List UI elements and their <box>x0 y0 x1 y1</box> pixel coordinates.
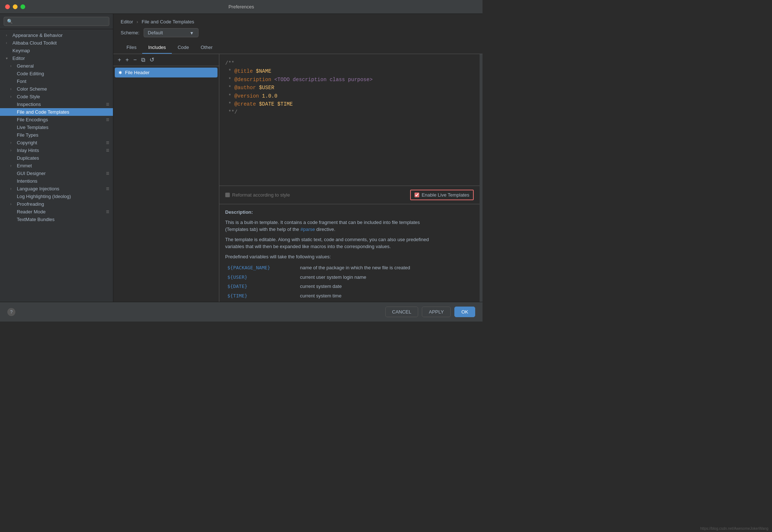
template-list-panel: + + − ⧉ ↺ ✱ File Header <box>113 54 219 302</box>
copy-button[interactable]: ⧉ <box>140 56 147 64</box>
live-templates-check-label[interactable]: Enable Live Templates <box>410 190 474 200</box>
tab-other[interactable]: Other <box>195 42 219 54</box>
remove-button[interactable]: − <box>132 56 138 64</box>
tab-files[interactable]: Files <box>121 42 142 54</box>
code-line-5: * @version 1.0.0 <box>225 92 474 100</box>
sidebar-item-label: Inspections <box>17 102 41 107</box>
sidebar-item-inlay-hints[interactable]: Inlay Hints ☰ <box>0 147 113 154</box>
live-templates-checkbox[interactable] <box>415 193 419 197</box>
search-input[interactable] <box>4 17 109 26</box>
sidebar-item-copyright[interactable]: Copyright ☰ <box>0 139 113 147</box>
ok-button[interactable]: OK <box>454 307 475 317</box>
sidebar-item-code-style[interactable]: Code Style <box>0 93 113 100</box>
template-item-file-header[interactable]: ✱ File Header <box>115 68 217 77</box>
code-line-2: * @title $NAME <box>225 67 474 75</box>
item-badge: ☰ <box>106 102 109 106</box>
sidebar-item-general[interactable]: General <box>0 62 113 70</box>
breadcrumb-separator: › <box>137 19 138 24</box>
sidebar-item-label: Color Scheme <box>17 86 47 92</box>
tabs-row: Files Includes Code Other <box>113 42 482 54</box>
table-row: ${USER} current user system login name <box>225 273 474 282</box>
sidebar-item-label: Appearance & Behavior <box>12 33 63 38</box>
reformat-check-label[interactable]: Reformat according to style <box>225 192 290 198</box>
table-row: ${TIME} current system time <box>225 291 474 299</box>
sidebar-item-label: File Encodings <box>17 117 48 122</box>
sidebar-item-label: Editor <box>12 56 25 61</box>
template-list: ✱ File Header <box>113 66 219 302</box>
variables-table: ${PACKAGE_NAME} name of the package in w… <box>225 263 474 299</box>
breadcrumb-part1: Editor <box>121 19 133 24</box>
live-templates-label: Enable Live Templates <box>421 192 469 198</box>
maximize-button[interactable] <box>20 4 25 9</box>
sidebar-item-alibaba[interactable]: Alibaba Cloud Toolkit <box>0 39 113 47</box>
window-controls[interactable] <box>5 4 25 9</box>
var-desc: current user system login name <box>298 273 474 282</box>
panel-body: + + − ⧉ ↺ ✱ File Header /** <box>113 54 482 302</box>
tab-code[interactable]: Code <box>172 42 195 54</box>
help-button[interactable]: ? <box>7 308 15 316</box>
sidebar-item-gui-designer[interactable]: GUI Designer ☰ <box>0 170 113 177</box>
sidebar-item-editor[interactable]: Editor <box>0 54 113 62</box>
minimize-button[interactable] <box>13 4 18 9</box>
sidebar: Appearance & Behavior Alibaba Cloud Tool… <box>0 14 113 302</box>
close-button[interactable] <box>5 4 10 9</box>
code-editor[interactable]: /** * @title $NAME * @description <TODO … <box>219 54 480 186</box>
sidebar-item-appearance[interactable]: Appearance & Behavior <box>0 31 113 39</box>
sidebar-item-emmet[interactable]: Emmet <box>0 162 113 170</box>
sidebar-item-font[interactable]: Font <box>0 77 113 85</box>
sidebar-item-log-highlighting[interactable]: Log Highlighting (Ideolog) <box>0 193 113 200</box>
sidebar-item-reader-mode[interactable]: Reader Mode ☰ <box>0 208 113 216</box>
var-desc: current system time <box>298 291 474 299</box>
var-name: ${TIME} <box>225 291 298 299</box>
sidebar-item-label: File Types <box>17 132 38 138</box>
add-button[interactable]: + <box>116 56 122 64</box>
sidebar-item-live-templates[interactable]: Live Templates <box>0 123 113 131</box>
scheme-selector[interactable]: Default Project ▾ <box>144 28 193 37</box>
sidebar-item-color-scheme[interactable]: Color Scheme <box>0 85 113 93</box>
var-desc: name of the package in which the new fil… <box>298 263 474 273</box>
scheme-row: Scheme: Default Project ▾ <box>113 28 482 42</box>
tab-includes[interactable]: Includes <box>142 42 171 54</box>
predefined-label: Predefined variables will take the follo… <box>225 253 474 261</box>
apply-button[interactable]: APPLY <box>422 307 451 317</box>
sidebar-item-file-code-templates[interactable]: File and Code Templates <box>0 108 113 116</box>
sidebar-item-inspections[interactable]: Inspections ☰ <box>0 100 113 108</box>
template-item-label: File Header <box>125 70 150 75</box>
sidebar-item-textmate-bundles[interactable]: TextMate Bundles <box>0 216 113 223</box>
sidebar-item-keymap[interactable]: Keymap <box>0 47 113 54</box>
sidebar-item-proofreading[interactable]: Proofreading <box>0 200 113 208</box>
expand-icon <box>6 33 10 37</box>
sidebar-item-file-encodings[interactable]: File Encodings ☰ <box>0 116 113 123</box>
sidebar-item-label: TextMate Bundles <box>17 217 54 222</box>
sidebar-item-duplicates[interactable]: Duplicates <box>0 154 113 162</box>
action-bar-left: ? <box>7 308 15 316</box>
sidebar-item-code-editing[interactable]: Code Editing <box>0 70 113 77</box>
breadcrumb: Editor › File and Code Templates <box>113 14 482 28</box>
list-toolbar: + + − ⧉ ↺ <box>113 54 219 66</box>
reset-button[interactable]: ↺ <box>148 56 156 64</box>
search-bar[interactable] <box>0 14 113 29</box>
scheme-label: Scheme: <box>121 30 139 35</box>
item-badge: ☰ <box>106 141 109 145</box>
item-badge: ☰ <box>106 118 109 122</box>
sidebar-item-label: GUI Designer <box>17 171 46 176</box>
sidebar-item-label: File and Code Templates <box>17 109 69 115</box>
reformat-checkbox[interactable] <box>225 193 230 197</box>
description-panel: Description: This is a built-in template… <box>219 204 480 299</box>
sidebar-tree: Appearance & Behavior Alibaba Cloud Tool… <box>0 29 113 302</box>
parse-link[interactable]: #parse <box>300 227 315 232</box>
sidebar-item-label: General <box>17 63 34 69</box>
code-line-3: * @description <TODO description class p… <box>225 76 474 84</box>
code-panel: /** * @title $NAME * @description <TODO … <box>219 54 480 302</box>
sidebar-item-language-injections[interactable]: Language Injections ☰ <box>0 185 113 193</box>
sidebar-item-label: Intentions <box>17 178 37 184</box>
scheme-select[interactable]: Default Project <box>144 28 198 37</box>
sidebar-item-intentions[interactable]: Intentions <box>0 177 113 185</box>
expand-icon <box>10 148 15 152</box>
sidebar-item-label: Code Style <box>17 94 40 99</box>
expand-icon <box>10 164 15 168</box>
sidebar-item-file-types[interactable]: File Types <box>0 131 113 139</box>
cancel-button[interactable]: CANCEL <box>385 307 419 317</box>
window-title: Preferences <box>228 4 254 10</box>
add-copy-button[interactable]: + <box>124 56 130 64</box>
